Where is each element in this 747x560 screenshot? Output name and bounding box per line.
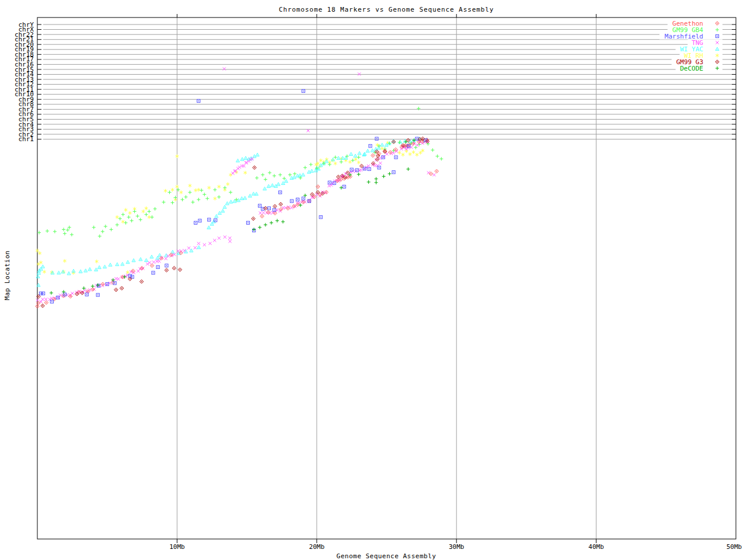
plot-area: chrYchrXchr22chr21chr20chr19chr18chr17ch… bbox=[0, 0, 747, 560]
series-genethon bbox=[36, 138, 439, 309]
chrom-label: chr1 bbox=[19, 135, 34, 143]
x-tick-label: 10Mb bbox=[169, 543, 185, 551]
x-tick-label: 50Mb bbox=[727, 543, 742, 551]
x-tick-label: 20Mb bbox=[309, 543, 325, 551]
x-tick-label: 40Mb bbox=[588, 543, 604, 551]
series-decode bbox=[50, 138, 416, 295]
legend-label: DeCODE bbox=[680, 65, 703, 72]
x-tick-label: 30Mb bbox=[449, 543, 465, 551]
plot-frame bbox=[37, 18, 736, 539]
series-wi-yac bbox=[36, 137, 421, 286]
series-gm99-gb4 bbox=[37, 107, 443, 238]
series-wi-rh bbox=[36, 141, 424, 275]
series-gm99-g3 bbox=[37, 137, 430, 308]
